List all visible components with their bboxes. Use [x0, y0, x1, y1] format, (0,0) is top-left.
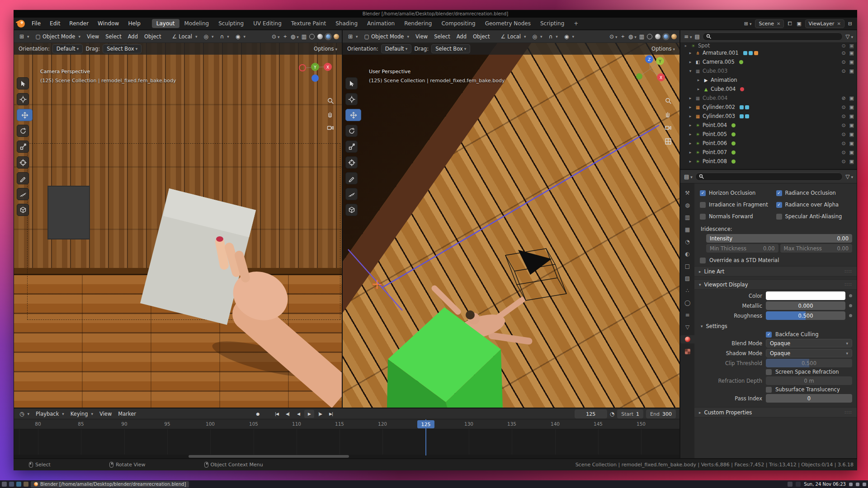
tab-particles-icon[interactable]: ∴ [683, 286, 693, 295]
transform-orientation-dropdown[interactable]: ∠Local [169, 32, 200, 41]
pivot-point-dropdown[interactable]: ◎ [530, 32, 545, 41]
menu-object[interactable]: Object [142, 32, 164, 41]
playhead-frame-badge[interactable]: 125 [417, 420, 434, 428]
snap-magnet-icon[interactable]: ∩ [546, 32, 561, 41]
taskbar-browser-icon[interactable] [24, 482, 28, 487]
remove-view-layer-icon[interactable]: ✕ [837, 21, 840, 26]
outliner-row[interactable]: ▸▶ Animation [683, 75, 857, 84]
render-visibility-icon[interactable]: ▣ [849, 43, 854, 48]
checkbox-irradiance-fragment[interactable] [700, 202, 706, 208]
intensity-slider[interactable]: Intensity0.00 [706, 234, 852, 243]
play-icon[interactable]: ▶ [304, 410, 314, 418]
pass-index-field[interactable]: 0 [766, 394, 852, 403]
overlays-toggle-icon[interactable]: ◍ [628, 33, 637, 40]
shading-wireframe-icon[interactable] [309, 34, 315, 39]
scene-selector[interactable]: Scene ✕ [755, 19, 784, 28]
gizmo-toggle-icon[interactable]: ＋ [620, 33, 626, 40]
tool-transform[interactable] [345, 156, 358, 169]
expand-icon[interactable]: ▸ [688, 159, 693, 164]
object-name[interactable]: Point.008 [703, 158, 727, 164]
hide-icon[interactable]: ⊙ [841, 50, 845, 56]
tool-move[interactable] [17, 109, 33, 121]
orientation-dropdown[interactable]: Default [381, 44, 412, 53]
new-scene-icon[interactable]: ⧠ [786, 20, 793, 28]
tool-scale[interactable] [17, 141, 29, 153]
line-art-section[interactable]: ▸Line Art∷∷ [694, 266, 857, 277]
object-name[interactable]: Point.004 [703, 122, 727, 128]
properties-editor[interactable]: ▤ ▽ ⚒ ◍ ▥ ▦ ◔ ◐ □ ▧ ∴ ◯ ≡ ▽ [680, 169, 857, 459]
tool-cursor[interactable] [17, 93, 29, 105]
viewport-user[interactable]: Z Y X ⊞ ▢Object Mode View Sele [342, 30, 680, 408]
blender-logo-icon[interactable] [17, 20, 25, 28]
snap-magnet-icon[interactable]: ∩ [217, 32, 232, 41]
current-frame-field[interactable]: 125 [575, 409, 607, 418]
menu-object[interactable]: Object [470, 32, 492, 41]
new-view-layer-icon[interactable]: ⊟ [847, 20, 854, 28]
expand-icon[interactable]: ▸ [688, 51, 693, 55]
outliner-row[interactable]: ▸☀ Point.007 ⊙▣ [683, 148, 857, 157]
object-name[interactable]: Cube.004 [711, 86, 736, 92]
tab-object-icon[interactable]: □ [683, 262, 693, 270]
custom-properties-section[interactable]: ▸Custom Properties∷∷ [694, 407, 857, 418]
shading-material-icon[interactable] [326, 34, 331, 39]
outliner-row[interactable]: ▸▦ Cylinder.002 ⊙▣ [683, 103, 857, 112]
shading-solid-icon[interactable] [317, 34, 323, 39]
tab-material-icon[interactable] [680, 335, 694, 343]
filter-icon[interactable]: ▽ [845, 33, 853, 40]
menu-window[interactable]: Window [94, 19, 123, 28]
metallic-slider[interactable]: 0.000 [766, 301, 845, 310]
tool-measure[interactable] [17, 188, 29, 200]
tab-texture-icon[interactable] [683, 347, 693, 356]
expand-icon[interactable]: ▸ [688, 60, 693, 64]
checkbox-backface-culling[interactable] [766, 332, 772, 338]
render-visibility-icon[interactable]: ▣ [849, 95, 854, 101]
zoom-icon[interactable] [327, 97, 334, 104]
object-name[interactable]: Cube.004 [703, 95, 727, 101]
hide-icon[interactable]: ⊙ [841, 159, 845, 164]
collapse-icon[interactable]: ▾ [688, 69, 693, 73]
render-visibility-icon[interactable]: ▣ [849, 159, 854, 164]
tool-annotate[interactable] [345, 172, 358, 184]
clip-threshold-slider[interactable]: 0.500 [766, 359, 852, 367]
tool-move[interactable] [345, 109, 361, 121]
checkbox-radiance-over-alpha[interactable] [776, 202, 782, 208]
mode-dropdown[interactable]: ▢Object Mode [362, 32, 412, 41]
hide-icon[interactable]: ⊙ [841, 104, 845, 110]
render-visibility-icon[interactable]: ▣ [849, 50, 854, 56]
object-name[interactable]: Cylinder.002 [703, 104, 735, 110]
options-dropdown[interactable]: Options [651, 46, 675, 52]
object-name[interactable]: Spot [698, 43, 710, 48]
hide-icon[interactable]: ⊘ [841, 95, 845, 101]
tray-extra-icon[interactable] [856, 483, 859, 486]
overlays-toggle-icon[interactable]: ◍ [291, 33, 299, 40]
render-visibility-icon[interactable]: ▣ [849, 68, 854, 74]
hide-icon[interactable]: ⊙ [841, 122, 845, 128]
preview-range-icon[interactable]: ◔ [610, 411, 614, 417]
expand-icon[interactable]: ▸ [696, 87, 701, 91]
object-name[interactable]: Point.007 [703, 149, 727, 155]
prev-keyframe-icon[interactable]: ◀| [283, 410, 292, 418]
menu-view[interactable]: View [97, 409, 114, 418]
gizmo-toggle-icon[interactable]: ＋ [283, 33, 288, 40]
outliner-editor[interactable]: ≡ ▤ ▽ ▸☀ Spot ⊙▣ ▸⋔ Armature.001 ⊙▣ [680, 30, 857, 169]
editor-type-icon[interactable]: ⊞ [17, 32, 32, 41]
viewport-camera-canvas[interactable]: Y X [14, 43, 342, 408]
tab-layout[interactable]: Layout [152, 19, 179, 28]
checkbox-horizon-occlusion[interactable] [700, 190, 706, 196]
menu-playback[interactable]: Playback [33, 409, 67, 418]
menu-select[interactable]: Select [103, 32, 124, 41]
nav-gizmo-left[interactable]: Y X [293, 52, 339, 84]
taskbar-launcher-icon[interactable] [2, 482, 7, 487]
hide-icon[interactable]: ⊙ [841, 68, 845, 74]
object-name[interactable]: Cube.003 [703, 68, 727, 74]
checkbox-specular-aa[interactable] [776, 214, 782, 220]
animate-dot-icon[interactable] [849, 314, 852, 317]
blend-mode-dropdown[interactable]: Opaque▾ [766, 339, 852, 347]
tab-modifiers-icon[interactable]: ▧ [683, 274, 693, 282]
tool-rotate[interactable] [345, 125, 358, 137]
nav-gizmo-right[interactable]: Z Y X [632, 49, 677, 94]
shadow-mode-dropdown[interactable]: Opaque▾ [766, 349, 852, 357]
tool-add-cube[interactable] [17, 204, 29, 216]
expand-icon[interactable]: ▸ [688, 96, 693, 100]
object-name[interactable]: Camera.005 [703, 59, 735, 65]
